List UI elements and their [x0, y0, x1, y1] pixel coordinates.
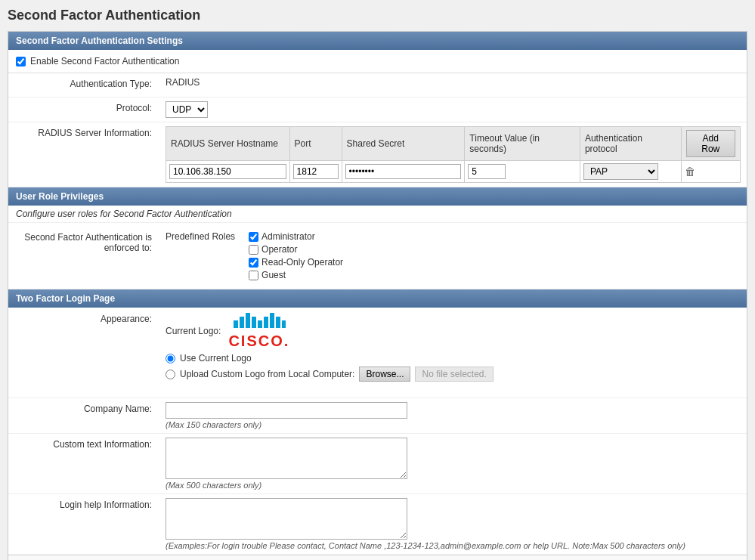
col-auth-protocol: Authentication protocol — [580, 127, 681, 161]
cisco-logo: CISCO. — [228, 311, 289, 350]
browse-button[interactable]: Browse... — [359, 367, 410, 382]
settings-section-header: Second Factor Authentication Settings — [8, 32, 747, 50]
protocol-label: Protocol: — [8, 97, 159, 119]
protocol-value: UDP TCP — [159, 97, 747, 122]
col-hostname: RADIUS Server Hostname — [166, 127, 290, 161]
role-guest-label: Guest — [261, 270, 286, 280]
user-role-description: Configure user roles for Second Factor A… — [8, 206, 747, 223]
roles-container: Predefined Roles Administrator Operator — [159, 227, 747, 284]
use-current-logo-option: Use Current Logo — [166, 353, 252, 364]
protocol-row: Protocol: UDP TCP — [8, 97, 747, 122]
enforced-row: Second Factor Authentication is enforced… — [8, 223, 747, 289]
role-operator-checkbox[interactable] — [249, 245, 258, 255]
svg-rect-4 — [258, 320, 262, 328]
port-cell — [289, 161, 342, 183]
timeout-input[interactable] — [468, 164, 506, 179]
company-name-value: (Max 150 characters only) — [159, 398, 413, 433]
company-name-input[interactable] — [166, 402, 407, 419]
enable-sfa-checkbox[interactable] — [16, 57, 26, 67]
appearance-value: Current Logo: — [159, 308, 747, 385]
col-port: Port — [289, 127, 342, 161]
auth-type-value: RADIUS — [159, 73, 747, 91]
role-readonly-label: Read-Only Operator — [261, 257, 343, 268]
upload-logo-option: Upload Custom Logo from Local Computer: … — [166, 367, 494, 382]
radius-label: RADIUS Server Information: — [8, 122, 159, 144]
auth-type-row: Authentication Type: RADIUS — [8, 73, 747, 97]
table-row: PAP CHAP MS-CHAP MS-CHAPv2 🗑 — [166, 161, 741, 183]
current-logo-row: Current Logo: — [166, 311, 289, 350]
appearance-label: Appearance: — [8, 308, 159, 330]
auth-protocol-cell: PAP CHAP MS-CHAP MS-CHAPv2 — [580, 161, 681, 183]
role-readonly-operator[interactable]: Read-Only Operator — [249, 257, 343, 268]
main-container: Second Factor Authentication Settings En… — [8, 31, 747, 560]
protocol-select[interactable]: UDP TCP — [166, 101, 208, 118]
custom-max-chars: (Max 500 characters only) — [166, 481, 261, 490]
svg-rect-2 — [246, 313, 250, 328]
svg-rect-8 — [282, 320, 286, 328]
delete-cell: 🗑 — [681, 161, 740, 183]
custom-text-row: Custom text Information: (Max 500 charac… — [8, 434, 747, 494]
current-logo-label: Current Logo: — [166, 326, 221, 336]
custom-text-value: (Max 500 characters only) — [159, 434, 747, 493]
company-max-chars: (Max 150 characters only) — [166, 420, 261, 429]
predefined-roles-label: Predefined Roles — [166, 231, 235, 242]
svg-rect-5 — [264, 317, 268, 328]
svg-rect-3 — [252, 317, 256, 328]
hostname-cell — [166, 161, 290, 183]
upload-logo-label[interactable]: Upload Custom Logo from Local Computer: — [180, 369, 354, 379]
cisco-bars-svg — [233, 311, 286, 328]
login-help-example: (Examples:For login trouble Please conta… — [166, 541, 685, 550]
svg-rect-1 — [240, 317, 244, 328]
custom-text-textarea[interactable] — [166, 438, 407, 479]
role-guest[interactable]: Guest — [249, 270, 343, 280]
role-operator-label: Operator — [261, 244, 297, 255]
page-wrapper: Second Factor Authentication Second Fact… — [0, 0, 755, 560]
enable-sfa-label[interactable]: Enable Second Factor Authentication — [30, 56, 179, 67]
enforced-label: Second Factor Authentication is enforced… — [8, 227, 159, 258]
radius-row: RADIUS Server Information: RADIUS Server… — [8, 122, 747, 187]
shared-secret-input[interactable] — [345, 164, 462, 179]
auth-type-label: Authentication Type: — [8, 73, 159, 94]
cisco-bars-icon — [233, 311, 286, 333]
login-help-textarea[interactable] — [166, 498, 407, 540]
view-link-row: View Existing Two Factor Login Page ⧉ — [8, 555, 747, 560]
radius-table-container: RADIUS Server Hostname Port Shared Secre… — [159, 122, 747, 187]
predefined-roles-list: Administrator Operator Read-Only Operato… — [249, 231, 343, 280]
company-name-label: Company Name: — [8, 398, 159, 419]
login-help-row: Login help Information: (Examples:For lo… — [8, 494, 747, 555]
role-operator[interactable]: Operator — [249, 244, 343, 255]
appearance-row: Appearance: Current Logo: — [8, 308, 747, 398]
col-shared-secret: Shared Secret — [342, 127, 465, 161]
delete-row-button[interactable]: 🗑 — [685, 166, 695, 178]
custom-text-label: Custom text Information: — [8, 434, 159, 455]
page-title: Second Factor Authentication — [8, 8, 747, 23]
upload-logo-radio[interactable] — [166, 370, 175, 379]
login-help-value: (Examples:For login trouble Please conta… — [159, 494, 747, 554]
timeout-cell — [465, 161, 580, 183]
role-administrator[interactable]: Administrator — [249, 231, 343, 242]
cisco-text: CISCO. — [228, 333, 289, 350]
shared-secret-cell — [342, 161, 465, 183]
company-name-row: Company Name: (Max 150 characters only) — [8, 398, 747, 434]
use-current-logo-radio[interactable] — [166, 354, 175, 364]
role-administrator-checkbox[interactable] — [249, 232, 258, 242]
enable-row: Enable Second Factor Authentication — [8, 50, 747, 73]
auth-protocol-select[interactable]: PAP CHAP MS-CHAP MS-CHAPv2 — [583, 163, 658, 180]
add-row-button[interactable]: Add Row — [686, 130, 735, 157]
svg-rect-6 — [270, 313, 274, 328]
svg-rect-0 — [234, 320, 238, 328]
role-guest-checkbox[interactable] — [249, 271, 258, 280]
port-input[interactable] — [293, 164, 339, 179]
role-administrator-label: Administrator — [261, 231, 315, 242]
col-timeout: Timeout Value (in seconds) — [465, 127, 580, 161]
hostname-input[interactable] — [169, 164, 286, 179]
auth-type-text: RADIUS — [166, 77, 200, 88]
svg-rect-7 — [276, 317, 280, 328]
col-add: Add Row — [681, 127, 740, 161]
use-current-logo-label[interactable]: Use Current Logo — [180, 353, 252, 364]
radius-table: RADIUS Server Hostname Port Shared Secre… — [166, 126, 741, 183]
role-readonly-checkbox[interactable] — [249, 258, 258, 268]
login-page-section-header: Two Factor Login Page — [8, 289, 747, 308]
login-help-label: Login help Information: — [8, 494, 159, 515]
roles-inner: Predefined Roles Administrator Operator — [166, 231, 343, 280]
